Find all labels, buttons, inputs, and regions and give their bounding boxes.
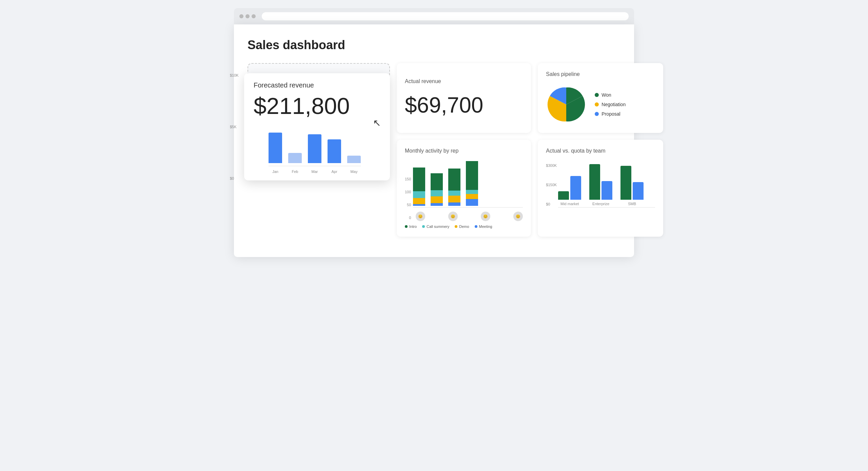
quota-midmarket-bars — [558, 176, 581, 200]
legend-meeting: Meeting — [475, 224, 492, 229]
quota-enterprise-quota — [601, 181, 612, 200]
bar-label-mar: Mar — [308, 170, 321, 174]
rep2-bar — [431, 173, 443, 206]
rep4-bar — [466, 161, 478, 206]
legend-dot-won — [595, 93, 599, 97]
quota-enterprise-actual — [589, 164, 600, 200]
bar-feb — [288, 153, 302, 163]
rep4-avatar: 😊 — [513, 212, 523, 221]
pipeline-content: Won Negotiation Proposal — [546, 84, 655, 125]
quota-smb-quota — [633, 182, 644, 200]
forecasted-bar-chart: $10K $5K $0 — [254, 125, 380, 174]
rep1-meeting — [413, 204, 425, 206]
quota-smb-bars — [620, 166, 644, 200]
rep2-demo — [431, 196, 443, 203]
label-call: Call summery — [427, 224, 449, 229]
dashboard-grid: ↖ Forecasted revenue $211,800 $10K $5K $… — [248, 63, 620, 237]
rep3-avatar: 😊 — [481, 212, 490, 221]
monthly-activity-card: Monthly activity by rep 150 100 50 0 — [397, 140, 531, 237]
pie-svg — [546, 84, 587, 125]
quota-midmarket-actual — [558, 191, 569, 200]
rep1-bar — [413, 168, 425, 206]
quota-midmarket-group: Mid market — [558, 176, 581, 206]
actual-revenue-value: $69,700 — [405, 93, 523, 118]
legend-demo: Demo — [455, 224, 469, 229]
rep3-bar — [448, 169, 460, 206]
bar-label-apr: Apr — [328, 170, 341, 174]
bar-apr — [328, 139, 341, 163]
rep4-intro — [466, 161, 478, 190]
bar-group-apr — [328, 139, 341, 163]
bar-group-may — [347, 156, 361, 163]
quota-enterprise-bars — [589, 164, 612, 200]
forecasted-card: Forecasted revenue $211,800 $10K $5K $0 — [244, 73, 390, 180]
quota-smb-group: SMB — [620, 166, 644, 206]
legend-dot-negotiation — [595, 102, 599, 106]
pie-chart — [546, 84, 587, 125]
actual-revenue-card: Actual revenue $69,700 — [397, 63, 531, 133]
stacked-bar-chart — [413, 163, 523, 208]
activity-y-labels: 150 100 50 0 — [405, 177, 411, 221]
bar-group-mar — [308, 134, 321, 163]
label-meeting: Meeting — [479, 224, 492, 229]
rep3-demo — [448, 196, 460, 202]
activity-title: Monthly activity by rep — [405, 148, 523, 154]
label-demo: Demo — [459, 224, 469, 229]
quota-smb-actual — [620, 166, 631, 200]
rep4-meeting — [466, 199, 478, 206]
quota-title: Actual vs. quota by team — [546, 148, 655, 154]
dot-intro — [405, 225, 408, 228]
browser-dot-3 — [252, 14, 256, 18]
legend-item-won: Won — [595, 92, 626, 98]
page-wrapper: Sales dashboard ↖ Forecasted revenue $21… — [234, 24, 634, 257]
actual-revenue-title: Actual revenue — [405, 78, 523, 84]
page-title: Sales dashboard — [248, 38, 620, 52]
rep2-meeting — [431, 203, 443, 206]
legend-intro: Intro — [405, 224, 417, 229]
legend-dot-proposal — [595, 112, 599, 116]
rep2-avatar: 😊 — [448, 212, 458, 221]
sales-pipeline-card: Sales pipeline — [538, 63, 663, 133]
rep3-meeting — [448, 202, 460, 206]
bar-group-feb — [288, 153, 302, 163]
quota-y-labels: $300K $150K $0 — [546, 163, 557, 208]
quota-enterprise-group: Enterprize — [589, 164, 612, 206]
bar-may — [347, 156, 361, 163]
rep2-call — [431, 190, 443, 196]
forecasted-title: Forecasted revenue — [254, 81, 380, 89]
pipeline-title: Sales pipeline — [546, 71, 655, 77]
bar-jan — [269, 133, 282, 163]
browser-dot-2 — [245, 14, 250, 18]
activity-legend: Intro Call summery Demo Meeting — [405, 224, 523, 229]
quota-midmarket-label: Mid market — [560, 202, 579, 206]
browser-dot-1 — [239, 14, 243, 18]
rep1-demo — [413, 198, 425, 204]
label-intro: Intro — [409, 224, 417, 229]
quota-enterprise-label: Enterprize — [592, 202, 609, 206]
col1-wrapper: ↖ Forecasted revenue $211,800 $10K $5K $… — [248, 63, 390, 237]
rep1-avatar: 😊 — [416, 212, 425, 221]
address-bar[interactable] — [262, 12, 629, 20]
rep2-intro — [431, 173, 443, 190]
bar-label-may: May — [347, 170, 361, 174]
rep4-call — [466, 190, 478, 194]
dot-call — [422, 225, 425, 228]
quota-bar-chart: Mid market Enterprize — [558, 163, 655, 208]
browser-chrome — [234, 8, 634, 24]
forecasted-value: $211,800 — [254, 93, 380, 119]
rep4-demo — [466, 194, 478, 199]
legend-label-negotiation: Negotiation — [601, 102, 626, 107]
rep3-call — [448, 191, 460, 196]
bar-label-jan: Jan — [269, 170, 282, 174]
activity-chart-area: 😊 😊 😊 😊 — [413, 158, 523, 221]
rep1-intro — [413, 168, 425, 191]
legend-label-won: Won — [601, 92, 611, 98]
quota-smb-label: SMB — [628, 202, 636, 206]
bar-label-feb: Feb — [288, 170, 302, 174]
rep1-call — [413, 191, 425, 198]
legend-item-proposal: Proposal — [595, 111, 626, 117]
quota-card: Actual vs. quota by team $300K $150K $0 — [538, 140, 663, 237]
legend-call: Call summery — [422, 224, 449, 229]
legend-label-proposal: Proposal — [601, 111, 620, 117]
quota-chart-area: Mid market Enterprize — [558, 158, 655, 208]
